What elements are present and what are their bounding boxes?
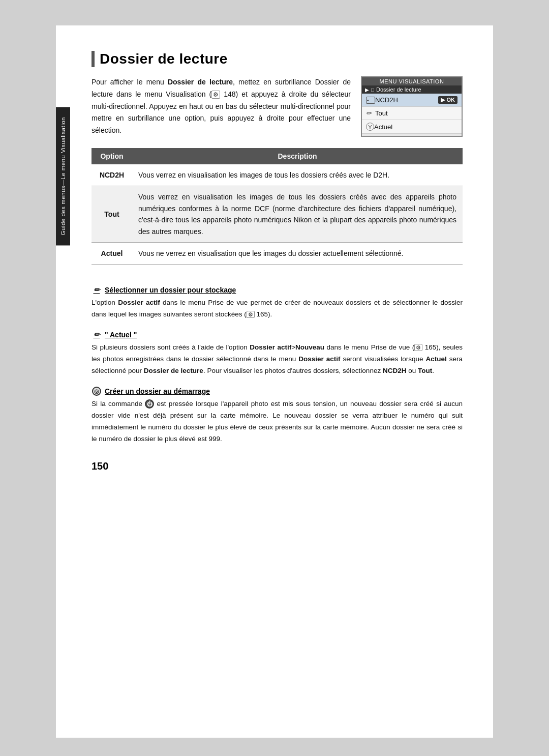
note-stockage: ✏ Sélectionner un dossier pour stockage … (92, 285, 463, 321)
intro-section: Pour afficher le menu Dossier de lecture… (92, 76, 463, 137)
table-row: Actuel Vous ne verrez en visualisation q… (92, 242, 463, 264)
side-tab: Guide des menus—Le menu Visualisation (56, 107, 70, 245)
note-creer-title: ◎ Créer un dossier au démarrage (92, 386, 463, 396)
menu-row-icon-camera: ▪ (366, 97, 375, 104)
bold-tout: Tout (418, 367, 432, 374)
bold-ncd2h: NCD2H (383, 367, 407, 374)
menu-item-actuel-label: Actuel (374, 123, 458, 131)
desc-actuel: Vous ne verrez en visualisation que les … (132, 242, 463, 264)
side-tab-label: Guide des menus—Le menu Visualisation (60, 117, 66, 235)
desc-ncd2h: Vous verrez en visualisation les images … (132, 164, 463, 186)
pencil-icon: ✏ (92, 285, 102, 295)
note-actuel-body: Si plusieurs dossiers sont créés à l'aid… (92, 342, 463, 377)
bold-actuel: Actuel (425, 355, 446, 363)
bold-dossier-actif-1: Dossier actif (118, 299, 160, 306)
note-creer: ◎ Créer un dossier au démarrage Si la co… (92, 386, 463, 445)
note-actuel: ✏ " Actuel " Si plusieurs dossiers sont … (92, 330, 463, 377)
menu-item-tout-label: Tout (375, 109, 458, 117)
ref-icon-1: ⚙ (211, 91, 220, 99)
menu-title-text: MENU VISUALISATION (380, 78, 444, 84)
pencil-icon-2: ✏ (92, 330, 102, 340)
desc-tout: Vous verrez en visualisation les images … (132, 186, 463, 243)
intro-text: Pour afficher le menu Dossier de lecture… (92, 76, 351, 137)
ref-icon-3: ⚙ (414, 344, 422, 351)
note-stockage-title-text: Sélectionner un dossier pour stockage (105, 286, 236, 294)
table-row: NCD2H Vous verrez en visualisation les i… (92, 164, 463, 186)
notes-section: ✏ Sélectionner un dossier pour stockage … (92, 285, 463, 445)
col-header-option: Option (92, 148, 132, 164)
bold-dossier-actif-2: Dossier actif (250, 343, 291, 351)
bold-dossier-actif-3: Dossier actif (298, 355, 340, 363)
menu-row-icon-square: Y (366, 123, 374, 131)
table-header-row: Option Description (92, 148, 463, 164)
note-stockage-title: ✏ Sélectionner un dossier pour stockage (92, 285, 463, 295)
title-bar: Dossier de lecture (92, 51, 463, 67)
page-number: 150 (92, 460, 463, 472)
page-title: Dossier de lecture (100, 51, 228, 67)
menu-title-bar: MENU VISUALISATION (362, 77, 462, 85)
bold-dossier-lecture: Dossier de lecture (144, 367, 203, 374)
note-actuel-title: ✏ " Actuel " (92, 330, 463, 340)
col-header-description: Description (132, 148, 463, 164)
menu-ok-button: ▶ OK (438, 96, 458, 104)
note-creer-body: Si la commande ⏻ est pressée lorsque l'a… (92, 398, 463, 445)
note-actuel-title-text: " Actuel " (105, 331, 137, 339)
menu-item-ncd2h: ▪ NCD2H ▶ OK (362, 94, 462, 107)
menu-row-icon-pencil: ✏ (366, 109, 375, 117)
menu-subtitle-text: Dossier de lecture (376, 86, 421, 93)
option-ncd2h: NCD2H (92, 164, 132, 186)
menu-item-actuel: Y Actuel (362, 120, 462, 134)
menu-item-ncd2h-label: NCD2H (375, 96, 438, 104)
menu-subtitle: ▶ □ Dossier de lecture (362, 85, 462, 94)
menu-item-tout: ✏ Tout (362, 107, 462, 120)
bold-nouveau: Nouveau (295, 343, 324, 351)
page: Guide des menus—Le menu Visualisation Do… (56, 25, 493, 738)
intro-bold-1: Dossier de lecture (168, 78, 233, 86)
command-icon: ⏻ (145, 399, 154, 409)
table-row: Tout Vous verrez en visualisation les im… (92, 186, 463, 243)
menu-screenshot: MENU VISUALISATION ▶ □ Dossier de lectur… (361, 76, 463, 137)
option-tout: Tout (92, 186, 132, 243)
note-creer-title-text: Créer un dossier au démarrage (105, 387, 210, 395)
ref-icon-2: ⚙ (247, 311, 255, 318)
option-actuel: Actuel (92, 242, 132, 264)
note-stockage-body: L'option Dossier actif dans le menu Pris… (92, 297, 463, 321)
options-table: Option Description NCD2H Vous verrez en … (92, 148, 463, 265)
camera-icon: ◎ (92, 386, 102, 396)
